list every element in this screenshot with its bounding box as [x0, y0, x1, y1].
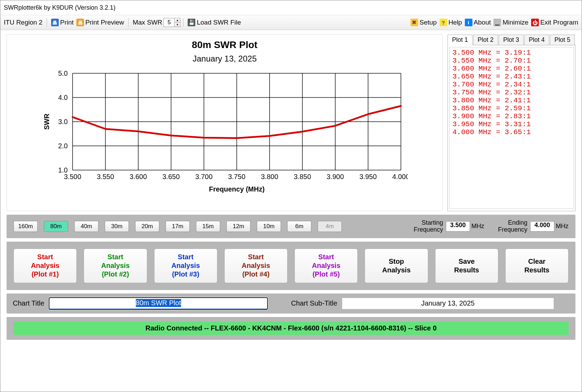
separator [183, 18, 184, 27]
svg-text:3.950: 3.950 [359, 173, 377, 180]
setup-label: Setup [420, 19, 437, 26]
svg-text:3.750: 3.750 [228, 173, 245, 180]
end-freq-label: Ending Frequency [498, 220, 527, 233]
max-swr-group: Max SWR [131, 18, 164, 27]
start-freq-input[interactable]: 3.500 [446, 221, 470, 232]
band-button-17m[interactable]: 17m [166, 221, 190, 232]
max-swr-input[interactable] [164, 18, 174, 27]
power-icon: ⏻ [531, 19, 539, 26]
svg-text:3.650: 3.650 [162, 173, 180, 180]
svg-text:3.550: 3.550 [97, 173, 114, 180]
separator [128, 18, 129, 27]
band-bar: 160m80m40m30m20m17m15m12m10m6m4m Startin… [7, 215, 575, 238]
load-swr-label: Load SWR File [197, 19, 241, 26]
help-label: Help [449, 19, 462, 26]
max-swr-spinner[interactable]: ▲ ▼ [163, 18, 180, 27]
chart-subtitle-input[interactable] [342, 298, 554, 309]
start-analysis-5-button[interactable]: Start Analysis (Plot #5) [294, 249, 358, 283]
band-button-15m[interactable]: 15m [196, 221, 220, 232]
analysis-bar: Start Analysis (Plot #1) Start Analysis … [7, 242, 575, 290]
plot-tabs: Plot 1Plot 2Plot 3Plot 4Plot 5 [448, 34, 575, 45]
start-analysis-3-button[interactable]: Start Analysis (Plot #3) [154, 249, 217, 283]
about-button[interactable]: i About [463, 18, 492, 27]
svg-text:3.800: 3.800 [261, 173, 278, 180]
band-button-6m[interactable]: 6m [287, 221, 311, 232]
main-content: 80m SWR Plot January 13, 2025 3.5003.550… [0, 30, 582, 392]
print-icon: 🖶 [51, 19, 59, 26]
band-button-80m[interactable]: 80m [44, 221, 68, 232]
setup-button[interactable]: ✖ Setup [409, 18, 438, 27]
chart-panel: 80m SWR Plot January 13, 2025 3.5003.550… [7, 34, 443, 211]
minimize-icon: ▁ [494, 19, 501, 26]
spinner-up-icon[interactable]: ▲ [175, 18, 180, 23]
minimize-label: Minimize [503, 19, 528, 26]
plot-tab-4[interactable]: Plot 4 [524, 35, 549, 45]
svg-text:2.0: 2.0 [58, 142, 68, 150]
start-freq-label: Starting Frequency [414, 220, 443, 233]
svg-text:5.0: 5.0 [58, 70, 68, 77]
svg-text:1.0: 1.0 [58, 166, 68, 174]
print-button[interactable]: 🖶 Print [50, 18, 75, 27]
data-panel: Plot 1Plot 2Plot 3Plot 4Plot 5 3.500 MHz… [448, 34, 575, 211]
title-bar: Chart Title Chart Sub-Title [7, 293, 575, 314]
chart-subtitle-label: Chart Sub-Title [291, 299, 337, 307]
band-buttons: 160m80m40m30m20m17m15m12m10m6m4m [13, 221, 342, 232]
svg-text:3.500: 3.500 [64, 173, 81, 180]
band-button-40m[interactable]: 40m [74, 221, 98, 232]
chart-subtitle: January 13, 2025 [193, 54, 256, 64]
save-results-button[interactable]: Save Results [435, 249, 498, 283]
band-button-10m[interactable]: 10m [257, 221, 281, 232]
svg-text:3.700: 3.700 [195, 173, 213, 180]
band-button-12m[interactable]: 12m [226, 221, 251, 232]
band-button-20m[interactable]: 20m [135, 221, 159, 232]
svg-text:Frequency (MHz): Frequency (MHz) [209, 185, 264, 193]
load-swr-button[interactable]: 💾 Load SWR File [186, 18, 242, 27]
svg-text:3.900: 3.900 [327, 173, 344, 180]
svg-text:SWR: SWR [43, 113, 50, 130]
print-preview-button[interactable]: 🖶 Print Preview [75, 18, 125, 27]
print-preview-label: Print Preview [85, 19, 124, 26]
minimize-button[interactable]: ▁ Minimize [492, 18, 530, 27]
chart-title: 80m SWR Plot [192, 39, 257, 50]
band-button-30m[interactable]: 30m [105, 221, 129, 232]
upper-row: 80m SWR Plot January 13, 2025 3.5003.550… [7, 34, 575, 211]
start-analysis-1-button[interactable]: Start Analysis (Plot #1) [13, 249, 77, 283]
start-analysis-2-button[interactable]: Start Analysis (Plot #2) [84, 249, 147, 283]
max-swr-label: Max SWR [133, 19, 162, 26]
svg-text:3.850: 3.850 [294, 173, 311, 180]
end-freq-input[interactable]: 4.000 [530, 221, 554, 232]
data-list[interactable]: 3.500 MHz = 3.19:1 3.550 MHz = 2.70:1 3.… [449, 47, 574, 209]
status-section: Radio Connected -- FLEX-6600 - KK4CNM - … [7, 317, 575, 340]
info-icon: i [465, 19, 472, 26]
region-selector[interactable]: ITU Region 2 [2, 18, 44, 27]
print-preview-icon: 🖶 [76, 19, 84, 26]
help-button[interactable]: ? Help [438, 18, 463, 27]
plot-tab-1[interactable]: Plot 1 [448, 35, 472, 45]
exit-label: Exit Program [540, 19, 578, 26]
band-button-4m: 4m [318, 221, 342, 232]
svg-text:3.0: 3.0 [58, 118, 68, 125]
help-icon: ? [440, 19, 447, 26]
about-label: About [474, 19, 491, 26]
start-analysis-4-button[interactable]: Start Analysis (Plot #4) [224, 249, 288, 283]
plot-tab-5[interactable]: Plot 5 [550, 35, 575, 45]
swr-chart: 3.5003.5503.6003.6503.7003.7503.8003.850… [41, 70, 408, 194]
svg-text:4.0: 4.0 [58, 94, 68, 101]
exit-button[interactable]: ⏻ Exit Program [530, 18, 580, 27]
chart-title-input[interactable] [49, 298, 267, 309]
plot-tab-3[interactable]: Plot 3 [499, 35, 524, 45]
band-button-160m[interactable]: 160m [13, 221, 38, 232]
tools-icon: ✖ [411, 19, 418, 26]
mhz-unit: MHz [471, 223, 484, 230]
plot-tab-2[interactable]: Plot 2 [473, 35, 498, 45]
titlebar: SWRplotter6k by K9DUR (Version 3.2.1) [0, 0, 582, 15]
spinner-down-icon[interactable]: ▼ [175, 23, 180, 27]
data-list-wrap: 3.500 MHz = 3.19:1 3.550 MHz = 2.70:1 3.… [448, 45, 575, 211]
chart-title-label: Chart Title [13, 299, 44, 307]
toolbar: ITU Region 2 🖶 Print 🖶 Print Preview Max… [0, 15, 582, 30]
svg-text:4.000: 4.000 [392, 173, 408, 180]
stop-analysis-button[interactable]: Stop Analysis [365, 249, 428, 283]
clear-results-button[interactable]: Clear Results [505, 249, 569, 283]
floppy-icon: 💾 [188, 19, 195, 26]
separator [47, 18, 47, 27]
